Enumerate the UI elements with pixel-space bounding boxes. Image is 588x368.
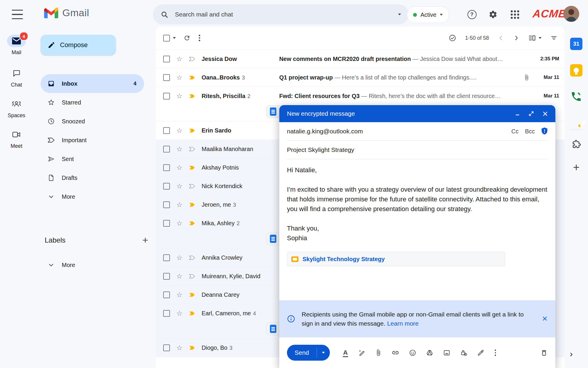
row-checkbox[interactable] [163, 93, 170, 100]
search-input[interactable]: Search mail and chat [175, 11, 392, 18]
star-icon[interactable]: ☆ [176, 291, 183, 298]
refresh-icon[interactable] [183, 34, 191, 42]
row-checkbox[interactable] [163, 344, 170, 351]
row-checkbox[interactable] [163, 164, 170, 171]
expand-chevron-icon[interactable]: › [570, 349, 573, 359]
labels-more[interactable]: More [41, 256, 144, 274]
sidebar-item-drafts[interactable]: Drafts [41, 168, 144, 187]
bcc-button[interactable]: Bcc [525, 128, 535, 135]
subject-row[interactable]: Project Skylight Strategy [287, 141, 548, 159]
confidential-mode-icon[interactable] [460, 349, 467, 357]
importance-marker-icon[interactable] [189, 346, 195, 350]
row-checkbox[interactable] [163, 273, 170, 280]
importance-marker-icon[interactable] [189, 311, 195, 316]
sidebar-item-inbox[interactable]: Inbox 4 [41, 74, 144, 93]
row-checkbox[interactable] [163, 146, 170, 152]
compose-attachment-chip[interactable]: Skylight Technology Strategy [287, 252, 505, 266]
row-checkbox[interactable] [163, 291, 170, 298]
star-icon[interactable]: ☆ [176, 74, 183, 81]
importance-marker-icon[interactable] [189, 57, 195, 61]
importance-marker-icon[interactable] [189, 293, 195, 297]
attach-file-icon[interactable] [375, 349, 382, 356]
insert-photo-icon[interactable] [443, 349, 450, 357]
search-bar[interactable]: Search mail and chat [153, 4, 409, 24]
banner-close-icon[interactable]: ✕ [542, 315, 548, 323]
importance-marker-icon[interactable] [189, 203, 195, 207]
subject-field[interactable]: Project Skylight Strategy [287, 146, 548, 153]
star-icon[interactable]: ☆ [176, 164, 183, 171]
rail-item-chat[interactable]: Chat [0, 67, 33, 88]
compose-more-options-icon[interactable] [494, 349, 497, 357]
rail-item-meet[interactable]: Meet [0, 128, 33, 149]
row-checkbox[interactable] [163, 220, 170, 227]
calendar-icon[interactable]: 31 [570, 38, 582, 50]
row-checkbox[interactable] [163, 310, 170, 317]
send-options-caret-icon[interactable] [317, 345, 330, 361]
importance-marker-icon[interactable] [189, 128, 195, 133]
recipient-row[interactable]: natalie.g.king@outlook.com Cc Bcc [287, 122, 548, 141]
compose-button[interactable]: Compose [41, 35, 116, 55]
importance-marker-icon[interactable] [189, 221, 195, 226]
insert-link-icon[interactable] [392, 349, 399, 357]
sidebar-item-snoozed[interactable]: Snoozed [41, 112, 144, 131]
insert-signature-icon[interactable] [477, 349, 485, 357]
importance-marker-icon[interactable] [189, 94, 195, 98]
sidebar-item-starred[interactable]: Starred [41, 93, 144, 112]
minimize-icon[interactable] [515, 111, 520, 116]
select-all-checkbox[interactable] [163, 35, 170, 42]
row-checkbox[interactable] [163, 183, 170, 190]
open-in-full-icon[interactable] [529, 111, 534, 116]
insert-emoji-icon[interactable] [409, 349, 416, 357]
help-me-write-icon[interactable] [358, 349, 365, 357]
star-icon[interactable]: ☆ [176, 273, 183, 280]
star-icon[interactable]: ☆ [176, 183, 183, 190]
chevron-left-icon[interactable] [498, 35, 504, 41]
search-options-caret-icon[interactable] [398, 14, 401, 15]
help-icon[interactable]: ? [467, 9, 477, 19]
email-row[interactable]: ☆ Oana..Brooks3 Q1 project wrap-up — Her… [156, 68, 564, 87]
sidebar-item-sent[interactable]: Sent [41, 150, 144, 168]
cc-button[interactable]: Cc [511, 128, 518, 135]
keep-icon[interactable] [570, 64, 582, 77]
schedule-check-icon[interactable] [449, 34, 456, 42]
star-icon[interactable]: ☆ [176, 93, 183, 100]
row-checkbox[interactable] [163, 127, 170, 134]
star-icon[interactable]: ☆ [176, 254, 183, 261]
chevron-right-icon[interactable] [513, 35, 519, 41]
voice-icon[interactable] [570, 91, 582, 102]
status-selector[interactable]: Active [407, 6, 449, 23]
settings-gear-icon[interactable] [488, 9, 498, 19]
row-checkbox[interactable] [163, 254, 170, 261]
rail-item-spaces[interactable]: Spaces [0, 98, 33, 119]
send-button[interactable]: Send [287, 345, 330, 361]
star-icon[interactable]: ☆ [176, 344, 183, 351]
star-icon[interactable]: ☆ [176, 201, 183, 208]
row-checkbox[interactable] [163, 74, 170, 81]
formatting-options-icon[interactable]: A [343, 349, 348, 356]
rail-item-mail[interactable]: 4 Mail [0, 35, 33, 56]
sidebar-item-more[interactable]: More [41, 187, 144, 206]
hamburger-menu-icon[interactable] [12, 9, 23, 20]
compose-body[interactable]: Hi Natalie, I’m excited to share with yo… [279, 159, 555, 300]
importance-marker-icon[interactable] [189, 147, 195, 151]
insert-from-drive-icon[interactable] [426, 349, 433, 357]
star-icon[interactable]: ☆ [176, 146, 183, 152]
email-row[interactable]: ☆ Jessica Dow New comments on MCR2020 dr… [156, 50, 564, 68]
importance-marker-icon[interactable] [189, 256, 195, 260]
addons-puzzle-icon[interactable] [571, 139, 581, 149]
add-panel-plus-icon[interactable]: + [573, 161, 579, 174]
star-icon[interactable]: ☆ [176, 220, 183, 227]
importance-marker-icon[interactable] [189, 274, 195, 279]
encryption-shield-icon[interactable] [541, 127, 548, 135]
select-caret-icon[interactable] [173, 37, 176, 39]
more-options-icon[interactable] [198, 34, 201, 42]
sidebar-item-important[interactable]: Important [41, 131, 144, 150]
star-icon[interactable]: ☆ [176, 56, 183, 62]
discard-draft-trash-icon[interactable] [540, 349, 548, 357]
filter-icon[interactable] [550, 34, 557, 42]
close-icon[interactable] [543, 111, 548, 116]
split-pane-toggle[interactable] [528, 34, 542, 42]
importance-marker-icon[interactable] [189, 184, 195, 188]
row-checkbox[interactable] [163, 201, 170, 208]
star-icon[interactable]: ☆ [176, 127, 183, 134]
